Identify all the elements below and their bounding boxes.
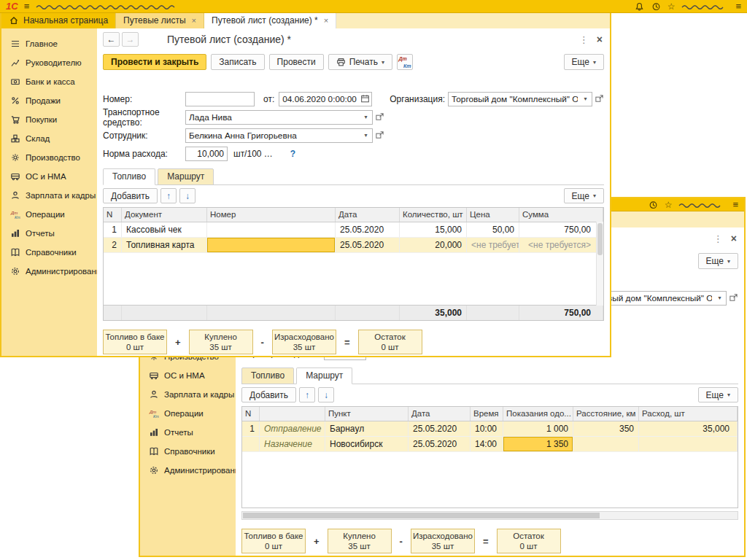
add-row-button[interactable]: Добавить [103, 188, 158, 203]
add-row-button[interactable]: Добавить [241, 387, 296, 402]
sidebar-item-main[interactable]: Главное [1, 34, 97, 53]
sidebar-item-warehouse[interactable]: Склад [1, 129, 97, 148]
scrollbar-thumb[interactable] [243, 513, 600, 518]
sidebar-item-administration[interactable]: Администрирование [140, 461, 236, 480]
tab-fuel[interactable]: Топливо [103, 168, 155, 185]
dt-kt-button[interactable]: ДтКт [397, 54, 413, 70]
open-ref-icon[interactable] [375, 131, 384, 140]
close-tab-icon[interactable]: × [324, 16, 328, 25]
service-menu-icon[interactable]: ≡ [735, 1, 741, 11]
open-windows-tabbar: Начальная страница Путевые листы × Путев… [1, 12, 610, 28]
history-icon[interactable] [651, 1, 662, 12]
sidebar-item-references[interactable]: Справочники [140, 442, 236, 461]
horizontal-scrollbar[interactable] [241, 511, 738, 520]
move-down-button[interactable]: ↓ [179, 188, 196, 203]
move-up-button[interactable]: ↑ [299, 387, 315, 402]
table-row[interactable]: 2 Топливная карта 25.05.2020 20,000 <не … [104, 238, 603, 253]
chevron-down-icon[interactable]: ▾ [715, 295, 724, 301]
close-form-icon[interactable]: × [731, 233, 737, 244]
down-arrow-icon: ↓ [324, 390, 328, 400]
calendar-icon[interactable] [360, 94, 370, 104]
more-actions-icon[interactable]: ⋮ [579, 34, 589, 45]
tab-waybill-new[interactable]: Путевой лист (создание) * × [204, 12, 336, 28]
grid-more-button[interactable]: Еще▾ [564, 188, 604, 203]
main-section-icon [10, 39, 20, 49]
post-and-close-button[interactable]: Провести и закрыть [103, 54, 206, 70]
close-tab-icon[interactable]: × [192, 16, 196, 25]
open-ref-icon[interactable] [375, 112, 384, 122]
favorites-icon[interactable]: ☆ [667, 2, 676, 11]
tab-fuel[interactable]: Топливо [241, 368, 294, 384]
editing-cell[interactable]: 1 350 [503, 437, 573, 451]
up-arrow-icon: ↑ [166, 191, 171, 201]
sidebar-item-production[interactable]: Производство [1, 148, 97, 167]
post-button[interactable]: Провести [269, 54, 324, 70]
fuel-rest-indicator: Остаток0 шт [497, 529, 561, 553]
vehicle-field: ▾ [185, 110, 373, 125]
tab-label: Путевые листы [123, 15, 186, 26]
move-up-button[interactable]: ↑ [160, 188, 177, 203]
sidebar-item-bank-cash[interactable]: Банк и касса [1, 72, 97, 91]
chevron-down-icon[interactable]: ▾ [361, 132, 371, 139]
service-menu-icon[interactable]: ≡ [732, 200, 738, 209]
more-button[interactable]: Еще▾ [698, 253, 738, 269]
table-totals-row: 35,000 750,00 [104, 305, 603, 320]
sidebar-item-fixed-assets[interactable]: ОС и НМА [140, 366, 236, 385]
back-button[interactable]: ← [103, 32, 120, 47]
save-button[interactable]: Записать [211, 54, 264, 70]
table-row[interactable]: Назначение Новосибирск 25.05.2020 14:00 … [242, 437, 738, 452]
tab-waybills-list[interactable]: Путевые листы × [116, 12, 204, 28]
sidebar-item-payroll-hr[interactable]: Зарплата и кадры [140, 385, 236, 404]
sidebar-item-sales[interactable]: Продажи [1, 91, 97, 110]
chevron-down-icon[interactable]: ▾ [581, 96, 590, 102]
favorites-icon[interactable]: ☆ [665, 201, 673, 209]
cart-icon [10, 114, 20, 125]
equals-operator: = [344, 337, 350, 348]
help-link[interactable]: ? [290, 149, 295, 159]
scrollbar-thumb[interactable] [597, 223, 603, 255]
open-ref-icon[interactable] [595, 94, 604, 104]
more-actions-icon[interactable]: ⋮ [713, 233, 723, 244]
open-ref-icon[interactable] [729, 293, 738, 303]
close-form-icon[interactable]: × [597, 34, 603, 45]
sidebar-item-payroll-hr[interactable]: Зарплата и кадры [1, 186, 97, 205]
fuel-used-indicator: Израсходовано35 шт [411, 529, 475, 553]
fuel-bought-indicator: Куплено35 шт [328, 529, 392, 553]
tab-route[interactable]: Маршрут [158, 168, 214, 185]
fuel-in-tank-indicator: Топливо в баке0 шт [241, 529, 306, 553]
sidebar-item-reports[interactable]: Отчеты [1, 224, 97, 243]
editing-cell[interactable] [207, 238, 336, 252]
history-icon[interactable] [648, 200, 659, 210]
sidebar-item-manager[interactable]: Руководителю [1, 53, 97, 72]
org-input[interactable] [449, 93, 581, 105]
sidebar-item-reports[interactable]: Отчеты [140, 423, 236, 442]
sidebar-item-administration[interactable]: Администрирование [1, 262, 97, 281]
vehicle-input[interactable] [186, 112, 361, 123]
main-menu-icon[interactable]: ≡ [24, 1, 30, 11]
forward-button[interactable]: → [122, 32, 139, 47]
sidebar-item-operations[interactable]: ДтКтОперации [140, 404, 236, 423]
tab-label: Начальная страница [23, 15, 108, 26]
move-down-button[interactable]: ↓ [318, 387, 334, 402]
table-row[interactable]: 1 Отправление Барнаул 25.05.2020 10:00 1… [242, 421, 738, 437]
sidebar-item-operations[interactable]: ДтКтОперации [1, 205, 97, 224]
notifications-icon[interactable] [634, 1, 645, 12]
sidebar-item-references[interactable]: Справочники [1, 243, 97, 262]
rate-input[interactable] [185, 147, 228, 161]
date-input[interactable] [279, 93, 360, 105]
tab-home-page[interactable]: Начальная страница [1, 12, 116, 28]
sidebar-item-fixed-assets[interactable]: ОС и НМА [1, 167, 97, 186]
print-button[interactable]: Печать ▾ [328, 54, 392, 70]
sections-panel: Главное Руководителю Банк и касса Продаж… [1, 28, 97, 356]
grid-more-button[interactable]: Еще▾ [698, 387, 738, 402]
employee-input[interactable] [186, 130, 361, 141]
sidebar-item-purchases[interactable]: Покупки [1, 110, 97, 129]
chevron-down-icon[interactable]: ▾ [361, 114, 371, 120]
more-button[interactable]: Еще▾ [564, 54, 604, 70]
tab-route[interactable]: Маршрут [296, 368, 352, 384]
table-row[interactable]: 1 Кассовый чек 25.05.2020 15,000 50,00 7… [104, 222, 603, 238]
chevron-down-icon: ▾ [382, 59, 384, 66]
number-input[interactable] [185, 92, 255, 106]
vertical-scrollbar[interactable] [596, 222, 603, 306]
fuel-bought-indicator: Куплено35 шт [189, 330, 253, 354]
